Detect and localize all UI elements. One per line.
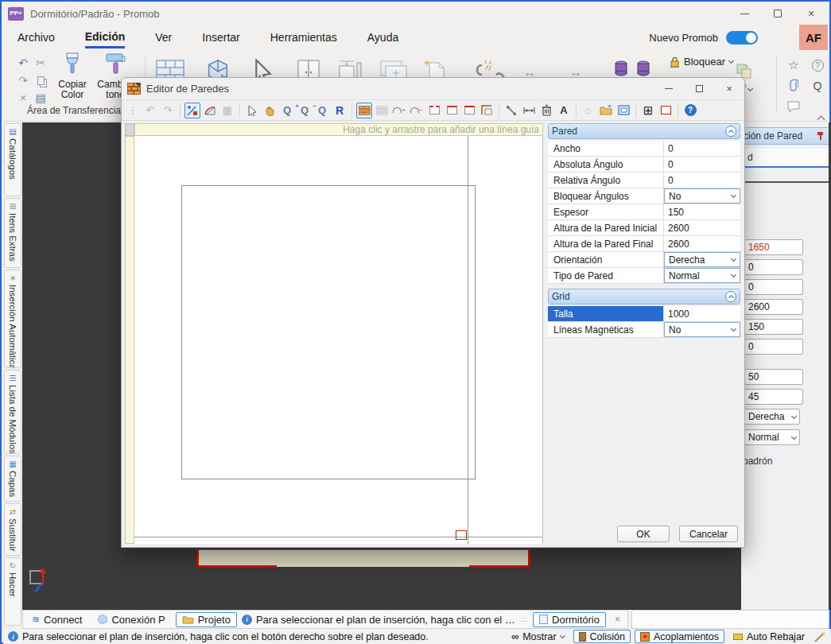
home-view-button[interactable]: ⌂ [581, 103, 596, 118]
menu-insertar[interactable]: Insertar [202, 28, 239, 47]
vertical-ruler[interactable] [125, 136, 134, 544]
wall-plan-strip[interactable] [196, 549, 530, 567]
split-wall-button[interactable] [426, 103, 442, 118]
panel-dropdown-orientacion[interactable]: Derecha [744, 409, 800, 425]
arc-wall-tool-button[interactable] [202, 103, 218, 118]
absoluta-angulo-input[interactable]: 0 [664, 157, 740, 172]
menu-archivo[interactable]: Archivo [17, 28, 55, 47]
export-project-button[interactable] [598, 103, 614, 118]
menu-ver[interactable]: Ver [155, 28, 172, 47]
altura-final-input[interactable]: 2600 [664, 236, 740, 251]
pan-tool-button[interactable] [262, 103, 278, 118]
acoplamientos-button[interactable]: + Acoplamientos [635, 630, 724, 643]
grid-table-button[interactable]: ⊞ [640, 103, 656, 118]
sidebar-tab-capas[interactable]: ▦ Capas [4, 456, 21, 502]
orientacion-select[interactable]: Derecha [664, 252, 740, 267]
auto-rebajar-button[interactable]: Auto Rebajar [728, 630, 810, 643]
search-button[interactable]: Q [808, 76, 827, 95]
maximize-button[interactable] [761, 4, 794, 23]
sidebar-tab-lista-de-modulos[interactable]: ☰ Lista de Módulos [4, 370, 21, 454]
measure-tool-button[interactable] [503, 103, 519, 118]
wand-icon[interactable] [814, 631, 826, 642]
redo-icon[interactable]: ↷ [14, 72, 32, 89]
delete-icon[interactable]: × [14, 89, 32, 107]
dialog-minimize-button[interactable] [654, 79, 684, 99]
remove-wall-button[interactable] [374, 103, 390, 118]
grid-tool-button[interactable]: ▦ [219, 103, 235, 118]
bloquear-button[interactable]: Bloquear [670, 56, 733, 68]
panel-field-2[interactable]: 0 [744, 259, 803, 275]
panel-field-3[interactable]: 0 [744, 279, 803, 295]
resize-grip[interactable]: .:: [520, 615, 529, 623]
bloquear-angulos-select[interactable]: No [664, 188, 740, 204]
select-tool-button[interactable] [244, 103, 260, 118]
dialog-close-button[interactable]: × [714, 79, 744, 99]
dialog-title-bar[interactable]: Editor de Paredes × [122, 78, 744, 99]
copy-icon[interactable] [32, 72, 49, 89]
minimize-button[interactable] [728, 4, 761, 23]
sidebar-tab-insercion-automatica[interactable]: ∗ Inserción Automática [4, 270, 21, 368]
measure-span-button[interactable] [521, 103, 537, 118]
relativa-angulo-input[interactable]: 0 [664, 173, 740, 188]
panel-dropdown-tipo[interactable]: Normal [744, 429, 800, 445]
wall-top-button[interactable] [461, 103, 477, 118]
dimension-text-button[interactable]: A [556, 103, 572, 118]
espesor-input[interactable]: 150 [664, 204, 740, 219]
menu-herramientas[interactable]: Herramientas [270, 28, 337, 47]
join-wall-button[interactable] [444, 103, 460, 118]
panel-field-4[interactable]: 2600 [744, 299, 803, 315]
add-wall-button[interactable] [356, 103, 372, 118]
horizontal-ruler[interactable]: Haga clic y arrastre para añadir una lín… [134, 123, 543, 136]
mostrar-button[interactable]: ∞ Mostrar [507, 630, 569, 643]
close-button[interactable]: × [794, 4, 828, 23]
delete-button[interactable] [538, 103, 554, 118]
panel-field-1[interactable]: 1650 [744, 239, 803, 255]
ok-button[interactable]: OK [617, 526, 670, 542]
menu-edicion[interactable]: Edición [85, 27, 126, 48]
nuevo-promob-toggle[interactable] [726, 31, 758, 45]
sidebar-tab-catalogos[interactable]: ▤ Catálogos [4, 123, 21, 196]
section-pared-header[interactable]: Pared [548, 123, 740, 139]
cut-icon[interactable]: ✂ [32, 54, 49, 72]
panel-field-6[interactable]: 0 [744, 339, 803, 355]
copiar-color-button[interactable]: Copiar Color [51, 52, 94, 100]
remove-arc-button[interactable]: − [409, 103, 425, 118]
zoom-window-button[interactable]: Q+ [279, 103, 295, 118]
zoom-extents-button[interactable]: Q [314, 103, 330, 118]
sidebar-tab-sustituir[interactable]: ⇄ Sustituir [4, 503, 21, 556]
lineas-magneticas-select[interactable]: No [664, 322, 740, 337]
redo-button[interactable]: ↷ [160, 103, 176, 118]
account-badge[interactable]: AF [799, 25, 828, 50]
altura-inicial-input[interactable]: 2600 [664, 220, 740, 235]
panel-field-8[interactable]: 45 [744, 389, 803, 405]
dialog-help-button[interactable]: ? [682, 103, 698, 118]
paste-icon[interactable]: ▤ [32, 89, 49, 107]
wall-editor-canvas[interactable] [134, 136, 543, 544]
dialog-maximize-button[interactable] [684, 79, 714, 99]
conexion-p-tab[interactable]: Conexión P [92, 613, 170, 627]
ancho-input[interactable]: 0 [664, 141, 740, 156]
panel-field-7[interactable]: 50 [744, 369, 803, 385]
collapse-section-icon[interactable] [725, 291, 736, 302]
wall-outline[interactable] [181, 185, 476, 479]
talla-input[interactable]: 1000 [664, 306, 740, 321]
attachment-button[interactable] [784, 76, 803, 95]
corner-wall-button[interactable] [479, 103, 495, 118]
regenerate-button[interactable]: R [332, 103, 348, 118]
tipo-de-pared-select[interactable]: Normal [664, 268, 740, 283]
undo-icon[interactable]: ↶ [14, 54, 32, 72]
pin-icon[interactable] [817, 132, 824, 140]
colision-button[interactable]: Colisión [573, 630, 631, 643]
draw-wall-tool-button[interactable] [184, 103, 200, 118]
panel-field-5[interactable]: 150 [744, 319, 803, 335]
feedback-button[interactable] [784, 97, 803, 116]
panel-tab-pared[interactable]: d [741, 149, 829, 168]
zoom-out-button[interactable]: Q− [297, 103, 313, 118]
preview-window-button[interactable] [615, 103, 631, 118]
help-button[interactable]: ? [808, 56, 827, 75]
add-arc-button[interactable]: + [391, 103, 407, 118]
undo-button[interactable]: ↶ [142, 103, 158, 118]
section-grid-header[interactable]: Grid [548, 289, 740, 305]
collapse-section-icon[interactable] [725, 126, 736, 137]
close-ambient-button[interactable]: × [611, 614, 624, 625]
